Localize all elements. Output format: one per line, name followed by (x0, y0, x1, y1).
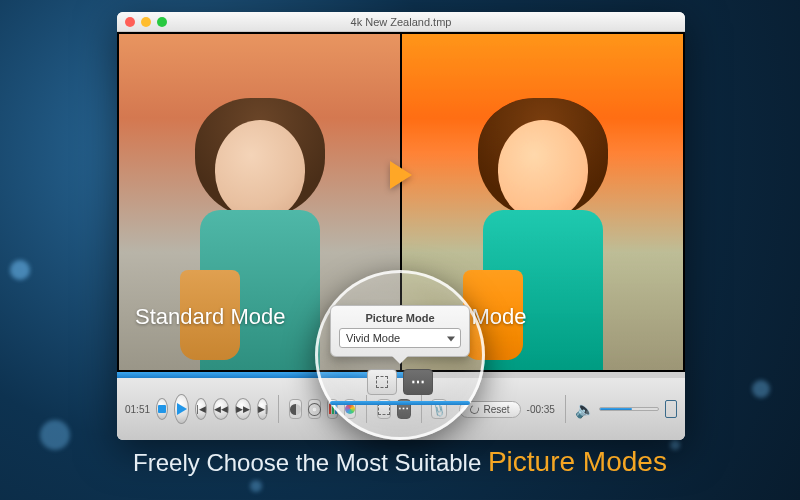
forward-button[interactable]: ▶▶ (235, 398, 251, 420)
arrow-icon (390, 161, 412, 189)
picture-mode-popover: Picture Mode Vivid Mode (330, 305, 470, 357)
progress-bar-zoom (330, 401, 470, 405)
picture-mode-select[interactable]: Vivid Mode (339, 328, 461, 348)
time-remaining: -00:35 (527, 404, 555, 415)
window-controls (125, 17, 167, 27)
zoom-icon[interactable] (157, 17, 167, 27)
reset-label: Reset (483, 404, 509, 415)
rewind-button[interactable]: ◀◀ (213, 398, 229, 420)
prev-track-button[interactable]: |◀ (195, 398, 207, 420)
tagline: Freely Choose the Most Suitable Picture … (0, 446, 800, 478)
brightness-button[interactable] (308, 399, 321, 419)
time-elapsed: 01:51 (125, 404, 150, 415)
next-track-button[interactable]: ▶| (257, 398, 269, 420)
picture-mode-button-zoom[interactable]: ⋯ (403, 369, 433, 395)
crop-button-zoom[interactable] (367, 369, 397, 395)
tagline-text: Freely Choose the Most Suitable (133, 449, 488, 476)
fullscreen-button[interactable] (665, 400, 677, 418)
speaker-icon[interactable]: 🔈 (575, 400, 595, 419)
popover-title: Picture Mode (339, 312, 461, 324)
contrast-button[interactable] (289, 399, 302, 419)
titlebar: 4k New Zealand.tmp (117, 12, 685, 32)
window-title: 4k New Zealand.tmp (351, 16, 452, 28)
magnify-lens: Picture Mode Vivid Mode ⋯ (315, 270, 485, 440)
stop-button[interactable] (156, 398, 168, 420)
volume-control: 🔈 (575, 400, 659, 419)
close-icon[interactable] (125, 17, 135, 27)
tagline-accent: Picture Modes (488, 446, 667, 477)
minimize-icon[interactable] (141, 17, 151, 27)
pane-label-standard: Standard Mode (135, 304, 285, 330)
volume-slider[interactable] (599, 407, 659, 411)
picture-mode-selected: Vivid Mode (346, 332, 400, 344)
play-button[interactable] (174, 394, 189, 424)
